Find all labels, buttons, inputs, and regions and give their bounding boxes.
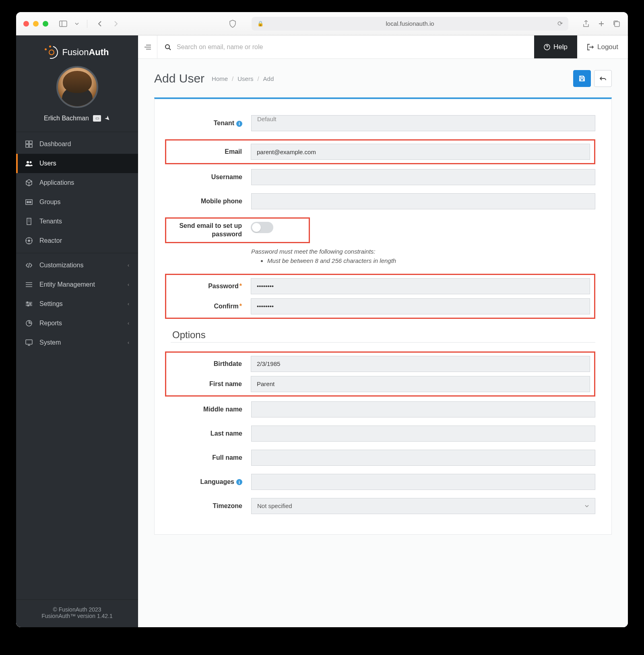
save-button[interactable]	[573, 70, 591, 87]
logout-button[interactable]: Logout	[577, 43, 628, 51]
url-bar[interactable]: 🔒 local.fusionauth.io ⟳	[252, 17, 568, 31]
chevron-left-icon: ‹	[128, 282, 129, 287]
email-field[interactable]	[251, 144, 590, 160]
cube-icon	[25, 179, 33, 186]
nav-settings[interactable]: Settings ‹	[16, 294, 138, 314]
row-lastname: Last name	[171, 426, 595, 442]
tenant-field[interactable]: Default	[251, 115, 595, 131]
search-input[interactable]	[177, 43, 527, 51]
mobile-field[interactable]	[251, 193, 595, 209]
help-button[interactable]: Help	[534, 35, 577, 58]
monitor-icon	[25, 339, 33, 346]
new-tab-icon[interactable]	[597, 20, 605, 28]
row-birthdate: Birthdate	[170, 356, 590, 372]
label-password: Password*	[170, 283, 251, 290]
svg-rect-12	[27, 218, 31, 225]
password-rule: Must be between 8 and 256 characters in …	[267, 257, 595, 264]
nav-label: System	[39, 339, 61, 346]
browser-window: 🔒 local.fusionauth.io ⟳ FusionAuth	[16, 12, 628, 627]
back-button[interactable]	[594, 70, 612, 87]
nav-forward-icon[interactable]	[111, 19, 121, 29]
tabs-icon[interactable]	[613, 20, 621, 28]
label-confirm: Confirm*	[170, 303, 251, 310]
footer-copyright: © FusionAuth 2023	[16, 606, 138, 613]
nav-customizations[interactable]: Customizations ‹	[16, 256, 138, 275]
maximize-window-icon[interactable]	[43, 21, 48, 27]
middlename-field[interactable]	[251, 401, 595, 417]
nav-groups[interactable]: Groups	[16, 192, 138, 212]
row-fullname: Full name	[171, 450, 595, 466]
location-arrow-icon: ➤	[103, 114, 112, 123]
chevron-down-icon[interactable]	[74, 19, 80, 29]
collapse-sidebar-button[interactable]	[138, 35, 157, 58]
svg-point-20	[165, 45, 169, 49]
sidebar: FusionAuth Erlich Bachman ▭ ➤ Dashboard …	[16, 35, 138, 627]
label-middlename: Middle name	[171, 406, 251, 413]
svg-point-11	[29, 201, 31, 203]
label-mobile: Mobile phone	[171, 198, 251, 205]
send-email-toggle[interactable]	[251, 222, 273, 233]
nav-back-icon[interactable]	[95, 19, 105, 29]
nav-applications[interactable]: Applications	[16, 173, 138, 192]
svg-rect-5	[26, 145, 29, 147]
password-field[interactable]	[251, 278, 590, 294]
info-icon[interactable]: i	[236, 121, 242, 127]
svg-point-8	[30, 161, 32, 163]
birthdate-field[interactable]	[251, 356, 590, 372]
nav-entity-management[interactable]: Entity Management ‹	[16, 275, 138, 294]
traffic-lights	[23, 21, 48, 27]
timezone-value: Not specified	[257, 502, 292, 509]
label-firstname: First name	[170, 380, 251, 388]
label-username: Username	[171, 174, 251, 181]
confirm-field[interactable]	[251, 298, 590, 314]
chevron-left-icon: ‹	[128, 262, 129, 268]
crumb-home[interactable]: Home	[212, 75, 228, 82]
highlight-options: Birthdate First name	[165, 351, 595, 397]
label-timezone: Timezone	[171, 502, 251, 510]
nav: Dashboard Users Applications Groups Tena…	[16, 132, 138, 352]
logout-icon	[587, 44, 594, 50]
app-root: FusionAuth Erlich Bachman ▭ ➤ Dashboard …	[16, 35, 628, 627]
groups-icon	[25, 199, 33, 205]
nav-label: Groups	[39, 198, 60, 206]
nav-system[interactable]: System ‹	[16, 333, 138, 352]
nav-reports[interactable]: Reports ‹	[16, 314, 138, 333]
browser-chrome: 🔒 local.fusionauth.io ⟳	[16, 12, 628, 35]
logo-icon	[45, 46, 58, 59]
nav-label: Applications	[39, 179, 74, 186]
logo[interactable]: FusionAuth	[16, 35, 138, 66]
username-field[interactable]	[251, 169, 595, 185]
nav-dashboard[interactable]: Dashboard	[16, 134, 138, 154]
undo-icon	[599, 76, 607, 81]
languages-field[interactable]	[251, 474, 595, 490]
user-profile[interactable]: Erlich Bachman ▭ ➤	[16, 66, 138, 132]
minimize-window-icon[interactable]	[33, 21, 39, 27]
svg-rect-6	[29, 145, 32, 147]
sliders-icon	[25, 301, 33, 307]
close-window-icon[interactable]	[23, 21, 29, 27]
sidebar-footer: © FusionAuth 2023 FusionAuth™ version 1.…	[16, 599, 138, 627]
timezone-select[interactable]: Not specified	[251, 498, 595, 514]
breadcrumb: Home / Users / Add	[212, 75, 274, 82]
page-header: Add User Home / Users / Add	[138, 59, 628, 97]
svg-rect-3	[26, 141, 29, 144]
nav-tenants[interactable]: Tenants	[16, 212, 138, 231]
refresh-icon[interactable]: ⟳	[557, 20, 563, 27]
fullname-field[interactable]	[251, 450, 595, 466]
footer-version: FusionAuth™ version 1.42.1	[16, 613, 138, 619]
nav-label: Tenants	[39, 218, 62, 225]
crumb-users[interactable]: Users	[237, 75, 253, 82]
shield-icon[interactable]	[227, 19, 238, 29]
lastname-field[interactable]	[251, 426, 595, 442]
label-tenant: Tenanti	[171, 120, 251, 127]
sidebar-toggle-icon[interactable]	[58, 19, 68, 29]
firstname-field[interactable]	[251, 376, 590, 392]
row-timezone: Timezone Not specified	[171, 498, 595, 514]
nav-users[interactable]: Users	[16, 154, 138, 173]
nav-reactor[interactable]: Reactor	[16, 231, 138, 250]
password-hint-list: Must be between 8 and 256 characters in …	[267, 257, 595, 264]
share-icon[interactable]	[582, 20, 590, 28]
info-icon[interactable]: i	[236, 479, 242, 485]
label-email: Email	[170, 148, 251, 155]
nav-label: Reactor	[39, 237, 62, 244]
